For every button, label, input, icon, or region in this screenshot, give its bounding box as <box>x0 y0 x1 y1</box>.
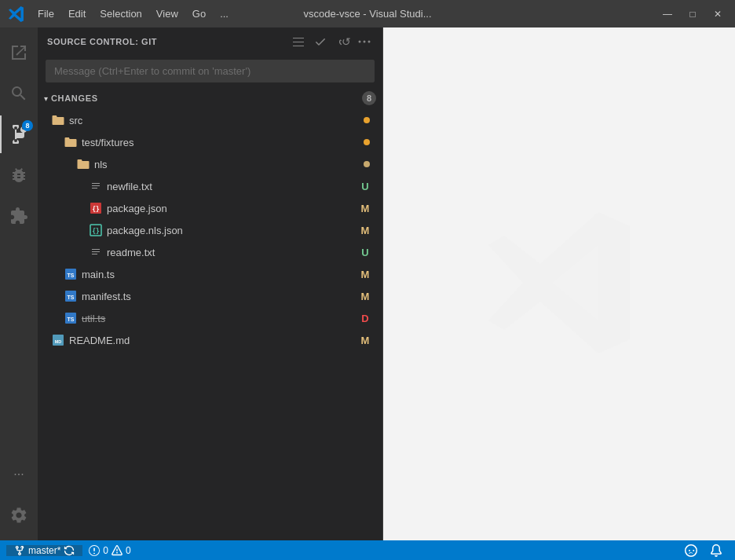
menu-more[interactable]: ... <box>214 5 235 23</box>
file-name-newfile-txt: newfile.txt <box>107 181 357 192</box>
svg-point-0 <box>359 40 361 42</box>
statusbar-warning-count: 0 <box>126 545 131 556</box>
checkmark-icon <box>314 35 327 48</box>
file-item-util-ts[interactable]: TS util.ts D <box>38 307 382 329</box>
activity-item-extensions[interactable] <box>0 197 38 235</box>
maximize-button[interactable]: □ <box>683 5 702 24</box>
sidebar-title: SOURCE CONTROL: GIT <box>47 37 157 46</box>
menu-file[interactable]: File <box>31 5 60 23</box>
file-item-readme-txt[interactable]: readme.txt U <box>38 241 382 263</box>
smiley-icon <box>685 544 697 557</box>
txt-icon-readme <box>88 244 104 260</box>
vscode-logo <box>8 5 25 23</box>
svg-text:{}: {} <box>92 206 100 213</box>
folder-icon-nls <box>75 156 91 172</box>
menu-view[interactable]: View <box>150 5 185 23</box>
svg-text:TS: TS <box>68 295 75 300</box>
more-icon: ··· <box>13 467 24 481</box>
explorer-icon <box>9 43 28 62</box>
titlebar: File Edit Selection View Go ... vscode-v… <box>0 0 735 27</box>
statusbar-errors-button[interactable]: 0 0 <box>82 545 137 556</box>
close-button[interactable]: ✕ <box>708 5 727 24</box>
refresh-button[interactable]: ↺ <box>334 33 351 50</box>
file-status-readme-txt: U <box>357 247 373 258</box>
file-name-manifest-ts: manifest.ts <box>82 291 357 302</box>
statusbar-git-button[interactable]: master* <box>6 545 82 556</box>
statusbar-left: master* 0 0 <box>6 545 137 556</box>
file-dot-src <box>364 117 370 123</box>
file-name-main-ts: main.ts <box>82 269 357 280</box>
commit-checkmark-button[interactable] <box>312 33 329 50</box>
svg-text:{}: {} <box>92 228 100 235</box>
statusbar-right <box>678 544 729 557</box>
json-icon-package-nls: {} <box>88 222 104 238</box>
file-status-newfile-txt: U <box>357 181 373 192</box>
file-item-main-ts[interactable]: TS main.ts M <box>38 263 382 285</box>
statusbar-branch-name: master* <box>28 545 60 556</box>
folder-icon-test-fixtures <box>63 134 79 150</box>
source-control-badge: 8 <box>22 120 33 131</box>
git-branch-icon <box>14 545 25 556</box>
file-name-util-ts: util.ts <box>82 313 357 324</box>
ts-icon-main: TS <box>63 266 79 282</box>
extensions-icon <box>9 207 28 225</box>
file-status-package-nls-json: M <box>357 225 373 236</box>
svg-text:TS: TS <box>68 317 75 322</box>
changes-header[interactable]: ▾ CHANGES 8 <box>38 87 382 109</box>
activity-bar: 8 ··· <box>0 27 38 540</box>
file-status-package-json: M <box>357 203 373 214</box>
ts-icon-util: TS <box>63 310 79 326</box>
ts-icon-manifest: TS <box>63 288 79 304</box>
menu-edit[interactable]: Edit <box>62 5 92 23</box>
statusbar: master* 0 0 <box>0 540 735 560</box>
activity-item-more[interactable]: ··· <box>0 456 38 493</box>
file-item-manifest-ts[interactable]: TS manifest.ts M <box>38 285 382 307</box>
titlebar-menu: File Edit Selection View Go ... <box>31 5 235 23</box>
file-item-package-nls-json[interactable]: {} package.nls.json M <box>38 219 382 241</box>
file-dot-nls <box>364 161 370 167</box>
debug-icon <box>9 166 28 185</box>
window-title: vscode-vsce - Visual Studi... <box>303 8 431 20</box>
bell-icon <box>710 544 722 557</box>
file-item-package-json[interactable]: {} package.json M <box>38 197 382 219</box>
statusbar-smiley-button[interactable] <box>678 544 704 557</box>
file-item-test-fixtures[interactable]: test/fixtures <box>38 131 382 153</box>
settings-icon <box>9 506 28 525</box>
minimize-button[interactable]: — <box>658 5 677 24</box>
file-item-nls[interactable]: nls <box>38 153 382 175</box>
file-item-src[interactable]: src <box>38 109 382 131</box>
svg-point-2 <box>368 40 371 42</box>
activity-item-explorer[interactable] <box>0 34 38 71</box>
txt-icon-newfile <box>88 178 104 194</box>
activity-item-settings[interactable] <box>0 496 38 534</box>
file-name-nls: nls <box>94 159 364 170</box>
source-control-menu-button[interactable] <box>290 33 307 50</box>
svg-text:TS: TS <box>68 273 75 278</box>
file-status-readme-md: M <box>357 335 373 346</box>
main-layout: 8 ··· SOURCE CONTROL: GIT <box>0 27 735 540</box>
commit-message-input[interactable] <box>46 60 375 82</box>
changes-section: ▾ CHANGES 8 src test/fixtures <box>38 87 382 540</box>
error-circle-icon <box>89 545 100 556</box>
sidebar-header: SOURCE CONTROL: GIT ↺ <box>38 27 382 55</box>
menu-selection[interactable]: Selection <box>93 5 148 23</box>
file-name-test-fixtures: test/fixtures <box>82 137 364 148</box>
activity-item-source-control[interactable]: 8 <box>0 115 38 153</box>
file-item-readme-md[interactable]: MD README.md M <box>38 329 382 351</box>
statusbar-bell-button[interactable] <box>704 544 729 557</box>
menu-go[interactable]: Go <box>186 5 212 23</box>
changes-label: CHANGES <box>51 93 362 103</box>
file-name-readme-md: README.md <box>69 335 357 346</box>
activity-item-debug[interactable] <box>0 156 38 194</box>
file-item-newfile-txt[interactable]: newfile.txt U <box>38 175 382 197</box>
vscode-watermark <box>481 204 638 364</box>
file-name-readme-txt: readme.txt <box>107 247 357 258</box>
source-control-more-button[interactable] <box>356 33 373 50</box>
sidebar: SOURCE CONTROL: GIT ↺ <box>38 27 383 540</box>
more-dots-icon <box>358 35 371 48</box>
changes-count-badge: 8 <box>362 91 376 105</box>
svg-text:MD: MD <box>55 339 62 344</box>
activity-item-search[interactable] <box>0 75 38 112</box>
file-dot-test-fixtures <box>364 139 370 145</box>
folder-icon-src <box>50 112 66 128</box>
